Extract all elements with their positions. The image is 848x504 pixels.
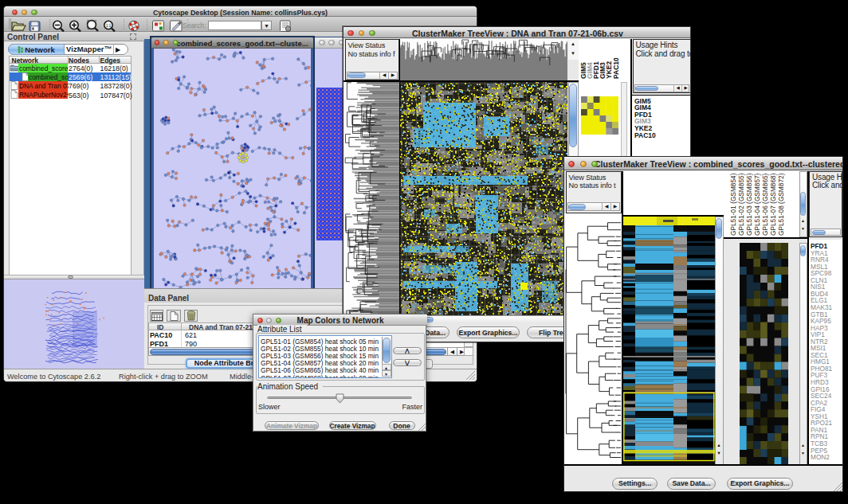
svg-text:GPL51-04 (GSM857): GPL51-04 (GSM857) [752,173,760,236]
svg-text:GPL51-08 (GSM872): GPL51-08 (GSM872) [776,173,784,236]
svg-text:1:1: 1:1 [106,24,112,28]
svg-text:GPL51-07 (GSM868): GPL51-07 (GSM868) [768,173,776,236]
svg-text:GPL51-03 (GSM856): GPL51-03 (GSM856) [744,173,752,236]
svg-text:GPL51-06 (GSM865): GPL51-06 (GSM865) [760,173,768,236]
svg-text:GPL51-01 (GSM854): GPL51-01 (GSM854) [728,173,736,236]
svg-text:PAC10: PAC10 [612,57,620,79]
svg-text:GPL51-02 (GSM855): GPL51-02 (GSM855) [736,173,744,236]
